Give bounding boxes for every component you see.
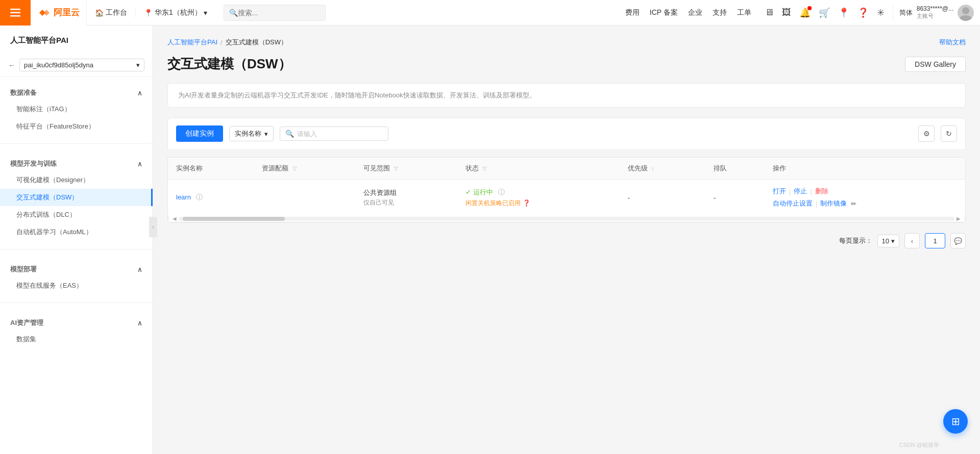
sidebar-title: 人工智能平台PAI <box>0 26 153 54</box>
feedback-button[interactable]: 💬 <box>950 233 966 248</box>
col-priority[interactable]: 优先级 ↕ <box>620 158 705 180</box>
cell-priority: - <box>620 180 705 216</box>
account-select[interactable]: pai_iku0cf9d85olj5dyna ▾ <box>19 59 144 71</box>
search-box[interactable]: 🔍 <box>280 127 388 141</box>
sidebar-item-dlc[interactable]: 分布式训练（DLC） <box>0 206 153 223</box>
filter-select[interactable]: 实例名称 ▾ <box>229 126 274 141</box>
filter-label: 实例名称 <box>235 129 261 138</box>
sidebar-item-dsw[interactable]: 交互式建模（DSW） <box>0 189 153 206</box>
nav-workorder[interactable]: 工单 <box>737 8 751 17</box>
col-resource[interactable]: 资源配额 ▽ <box>254 158 355 180</box>
region-selector[interactable]: 📍 华东1（杭州） ▾ <box>135 8 215 17</box>
status-running: ✓ 运行中 ⓘ <box>465 188 611 197</box>
divider-3 <box>0 302 153 303</box>
back-icon[interactable]: ← <box>8 61 15 69</box>
nav-cost[interactable]: 费用 <box>625 8 640 17</box>
edit-icon[interactable]: ✏ <box>851 200 856 208</box>
sidebar-section-model-dev: 模型开发与训练 ∧ 可视化建模（Designer） 交互式建模（DSW） 分布式… <box>0 148 153 245</box>
help-icon[interactable]: ❓ <box>857 7 869 18</box>
col-actions: 操作 <box>765 158 965 180</box>
table-scrollbar[interactable]: ◀ ▶ <box>168 215 965 222</box>
table-container: 实例名称 资源配额 ▽ 可见范围 ▽ 状态 ▽ <box>167 157 966 223</box>
account-selector[interactable]: ← pai_iku0cf9d85olj5dyna ▾ <box>0 54 153 77</box>
action-stop[interactable]: 停止 <box>794 187 807 196</box>
breadcrumb-root[interactable]: 人工智能平台PAI <box>167 38 217 47</box>
action-mirror[interactable]: 制作镜像 <box>820 199 847 208</box>
scroll-right-arrow[interactable]: ▶ <box>957 216 961 221</box>
chevron-up-icon-4: ∧ <box>137 319 142 327</box>
nav-icons: 🖥 🖼 🔔 🛒 📍 ❓ ✳ <box>756 7 893 18</box>
chevron-up-icon-3: ∧ <box>137 266 142 273</box>
hamburger-menu[interactable] <box>0 0 31 26</box>
breadcrumb-separator: / <box>220 39 223 46</box>
scroll-track[interactable] <box>179 217 954 221</box>
user-menu[interactable]: 简体 8633*****@... 主账号 <box>893 5 980 21</box>
visibility-group: 公共资源组 仅自己可见 <box>363 188 449 207</box>
check-icon: ✓ <box>465 188 471 196</box>
apps-icon[interactable]: ✳ <box>877 7 885 18</box>
table-header: 实例名称 资源配额 ▽ 可见范围 ▽ 状态 ▽ <box>168 158 965 180</box>
section-model-deploy-header[interactable]: 模型部署 ∧ <box>0 262 153 277</box>
sidebar-item-designer[interactable]: 可视化建模（Designer） <box>0 171 153 189</box>
queue-value: - <box>714 194 716 201</box>
chevron-left-icon: ‹ <box>911 237 913 245</box>
idle-info-icon[interactable]: ❓ <box>523 199 530 207</box>
refresh-button[interactable]: ↻ <box>941 125 957 142</box>
help-doc-link[interactable]: 帮助文档 <box>939 38 966 47</box>
col-status[interactable]: 状态 ▽ <box>457 158 620 180</box>
visibility-resource: 公共资源组 <box>363 188 449 197</box>
chevron-up-icon: ∧ <box>137 89 142 97</box>
instance-name-link[interactable]: learn <box>176 193 191 201</box>
nav-support[interactable]: 支持 <box>713 8 727 17</box>
sidebar-collapse-toggle[interactable]: ‹ <box>149 217 157 237</box>
sidebar-item-featurestore[interactable]: 特征平台（FeatureStore） <box>0 118 153 135</box>
lang-selector[interactable]: 简体 <box>899 8 913 17</box>
search-icon: 🔍 <box>229 9 238 17</box>
global-search[interactable]: 🔍 <box>224 5 326 21</box>
section-data-prep-header[interactable]: 数据准备 ∧ <box>0 85 153 100</box>
create-instance-button[interactable]: 创建实例 <box>176 125 223 142</box>
chevron-down-icon: ▾ <box>204 9 207 17</box>
monitor-icon[interactable]: 🖥 <box>765 7 774 18</box>
pagination: 每页显示： 10 ▾ ‹ 1 💬 <box>167 233 966 248</box>
search-input[interactable] <box>238 9 320 17</box>
location-icon: 📍 <box>144 9 153 17</box>
nav-enterprise[interactable]: 企业 <box>688 8 702 17</box>
action-auto-stop[interactable]: 自动停止设置 <box>773 199 813 208</box>
nav-icp[interactable]: ICP 备案 <box>650 8 678 17</box>
settings-button[interactable]: ⚙ <box>918 125 935 142</box>
action-open[interactable]: 打开 <box>773 187 786 196</box>
sidebar-item-itag[interactable]: 智能标注（iTAG） <box>0 100 153 118</box>
action-delete[interactable]: 删除 <box>815 187 828 196</box>
cart-icon[interactable]: 🛒 <box>819 7 830 18</box>
location2-icon[interactable]: 📍 <box>838 7 849 18</box>
per-page-label: 每页显示： <box>839 236 872 245</box>
scroll-left-arrow[interactable]: ◀ <box>173 216 177 221</box>
scroll-thumb[interactable] <box>183 217 285 221</box>
cell-status: ✓ 运行中 ⓘ 闲置关机策略已启用 ❓ <box>457 180 620 216</box>
name-info-icon[interactable]: ⓘ <box>196 193 203 201</box>
search-input-box[interactable] <box>297 130 383 138</box>
float-action-button[interactable]: ⊞ <box>943 409 968 434</box>
page-size-select[interactable]: 10 ▾ <box>877 235 899 247</box>
info-banner: 为AI开发者量身定制的云端机器学习交互式开发IDE，随时随地开启Notebook… <box>167 83 966 108</box>
section-model-dev-header[interactable]: 模型开发与训练 ∧ <box>0 156 153 171</box>
notification-dot <box>807 6 812 10</box>
sidebar-item-dataset[interactable]: 数据集 <box>0 331 153 348</box>
cell-visibility: 公共资源组 仅自己可见 <box>355 180 457 216</box>
section-ai-assets-header[interactable]: AI资产管理 ∧ <box>0 315 153 331</box>
bell-icon[interactable]: 🔔 <box>799 7 811 18</box>
col-visibility[interactable]: 可见范围 ▽ <box>355 158 457 180</box>
sidebar-item-automl[interactable]: 自动机器学习（AutoML） <box>0 223 153 241</box>
gallery-button[interactable]: DSW Gallery <box>905 57 966 72</box>
sidebar-item-eas[interactable]: 模型在线服务（EAS） <box>0 277 153 294</box>
prev-page-button[interactable]: ‹ <box>904 233 920 248</box>
top-nav: 阿里云 🏠 工作台 📍 华东1（杭州） ▾ 🔍 费用 ICP 备案 企业 支持 … <box>0 0 980 26</box>
priority-value: - <box>628 194 630 201</box>
cell-queue: - <box>705 180 765 216</box>
avatar[interactable] <box>958 5 974 21</box>
workbench-link[interactable]: 🏠 工作台 <box>87 8 135 17</box>
status-info-icon[interactable]: ⓘ <box>498 188 505 197</box>
image-icon[interactable]: 🖼 <box>782 7 791 18</box>
nav-links: 费用 ICP 备案 企业 支持 工单 <box>620 8 756 17</box>
